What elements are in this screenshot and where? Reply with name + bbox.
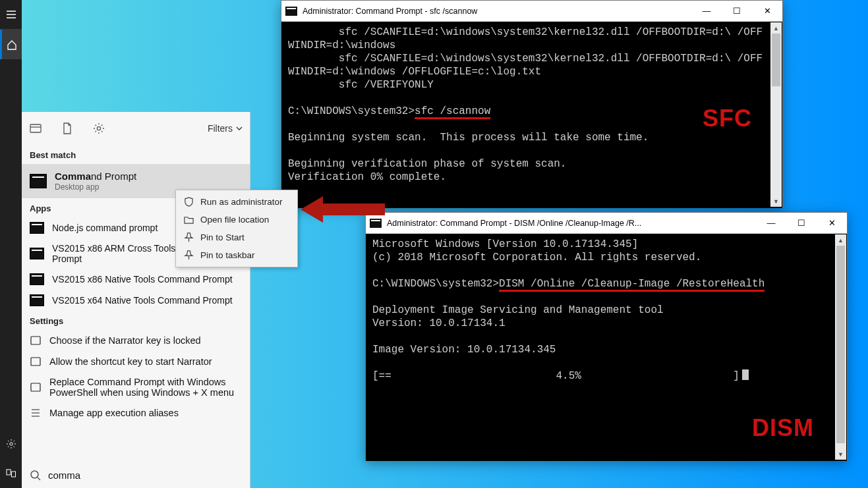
cmd-icon: [285, 7, 297, 16]
svg-rect-1: [7, 470, 11, 475]
panel-top-bar: Filters: [22, 112, 250, 145]
shield-icon: [184, 197, 194, 207]
svg-rect-6: [31, 358, 40, 366]
cortana-search-panel: Filters Best match Command Prompt Deskto…: [22, 112, 250, 488]
annotation-sfc: SFC: [703, 105, 752, 132]
setting-icon: [30, 335, 42, 346]
app-result[interactable]: VS2015 x64 Native Tools Command Prompt: [22, 290, 250, 311]
scrollbar[interactable]: ▲ ▼: [770, 22, 782, 207]
titlebar[interactable]: Administrator: Command Prompt - DISM /On…: [366, 213, 847, 234]
app-result[interactable]: VS2015 x86 Native Tools Command Prompt: [22, 269, 250, 290]
cmd-icon: [30, 174, 47, 188]
annotation-arrow: [301, 195, 386, 224]
setting-result[interactable]: Manage app execution aliases: [22, 402, 250, 423]
ctx-pin-taskbar[interactable]: Pin to taskbar: [176, 246, 297, 264]
feedback-icon[interactable]: [0, 458, 22, 488]
scroll-thumb[interactable]: [836, 246, 845, 443]
start-strip: [0, 0, 22, 488]
cmd-icon: [30, 222, 44, 234]
svg-point-0: [9, 442, 12, 445]
cmd-window-dism: Administrator: Command Prompt - DISM /On…: [365, 212, 848, 461]
document-icon[interactable]: [60, 121, 74, 136]
hamburger-icon[interactable]: [0, 0, 22, 30]
scrollbar[interactable]: ▲ ▼: [835, 234, 846, 460]
apps-view-icon[interactable]: [28, 121, 43, 136]
scroll-down-icon[interactable]: ▼: [770, 196, 782, 207]
setting-icon: [30, 381, 42, 393]
search-box: [22, 462, 250, 488]
window-title: Administrator: Command Prompt - DISM /On…: [387, 219, 756, 228]
gear-icon[interactable]: [92, 121, 106, 136]
cursor: [742, 369, 749, 380]
context-menu: Run as administrator Open file location …: [175, 190, 298, 267]
svg-point-8: [31, 471, 38, 478]
close-button[interactable]: ✕: [817, 213, 847, 234]
maximize-button[interactable]: ☐: [722, 1, 752, 22]
setting-result[interactable]: Replace Command Prompt with Windows Powe…: [22, 372, 250, 402]
scroll-thumb[interactable]: [772, 34, 780, 86]
annotation-dism: DISM: [752, 414, 814, 442]
scroll-down-icon[interactable]: ▼: [835, 448, 846, 460]
svg-marker-9: [301, 196, 385, 223]
close-button[interactable]: ✕: [752, 1, 782, 22]
section-settings: Settings: [22, 311, 250, 330]
setting-icon: [30, 407, 42, 419]
minimize-button[interactable]: —: [756, 213, 786, 234]
chevron-down-icon: [235, 124, 243, 132]
filters-dropdown[interactable]: Filters: [208, 123, 243, 134]
minimize-button[interactable]: —: [691, 1, 722, 22]
section-best-match: Best match: [22, 145, 250, 164]
settings-gear-icon[interactable]: [0, 429, 22, 458]
ctx-run-as-admin[interactable]: Run as administrator: [176, 193, 297, 211]
window-title: Administrator: Command Prompt - sfc /sca…: [303, 7, 691, 16]
home-icon[interactable]: [0, 30, 22, 59]
search-input[interactable]: [48, 470, 242, 481]
folder-icon: [184, 215, 194, 225]
cmd-icon: [30, 273, 44, 285]
svg-rect-7: [31, 383, 40, 391]
best-match-title: Command Prompt: [55, 171, 242, 182]
scroll-up-icon[interactable]: ▲: [770, 22, 782, 34]
scroll-up-icon[interactable]: ▲: [835, 234, 846, 246]
setting-icon: [30, 356, 42, 367]
setting-result[interactable]: Choose if the Narrator key is locked: [22, 330, 250, 351]
svg-point-4: [97, 126, 100, 130]
maximize-button[interactable]: ☐: [786, 213, 817, 234]
ctx-open-location[interactable]: Open file location: [176, 211, 297, 229]
cmd-icon: [30, 294, 44, 306]
svg-rect-5: [31, 337, 40, 344]
pin-icon: [184, 250, 194, 260]
svg-rect-3: [30, 124, 41, 132]
cmd-icon: [30, 248, 44, 259]
svg-rect-2: [11, 472, 15, 477]
cmd-window-sfc: Administrator: Command Prompt - sfc /sca…: [281, 0, 783, 208]
setting-result[interactable]: Allow the shortcut key to start Narrator: [22, 351, 250, 372]
search-icon: [30, 470, 42, 481]
titlebar[interactable]: Administrator: Command Prompt - sfc /sca…: [281, 1, 782, 22]
pin-icon: [184, 232, 194, 242]
ctx-pin-start[interactable]: Pin to Start: [176, 229, 297, 246]
filters-label: Filters: [208, 123, 233, 134]
